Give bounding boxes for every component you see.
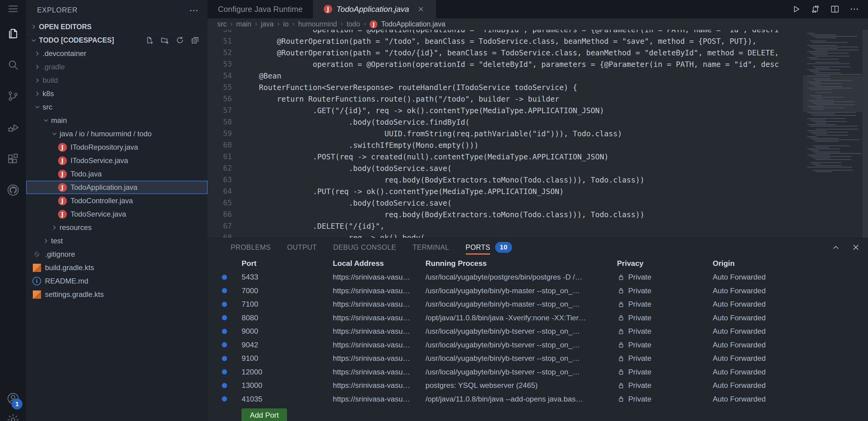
tree-item-todocontroller-java[interactable]: JTodoController.java	[26, 194, 208, 207]
refresh-icon[interactable]	[175, 36, 185, 45]
port-row-9100[interactable]: 9100https://srinivasa-vasu…/usr/local/yu…	[208, 352, 868, 365]
sidebar-more-icon[interactable]: ⋯	[189, 5, 199, 16]
code-line-52[interactable]: 52 @RouterOperation(path = "/todo/{id}",…	[208, 47, 803, 58]
tree-item-todoservice-java[interactable]: JTodoService.java	[26, 207, 208, 221]
code-line-64[interactable]: 64 .PUT(req -> ok().contentType(MediaTyp…	[208, 186, 803, 197]
port-local-address[interactable]: https://srinivasa-vasu…	[333, 286, 426, 295]
port-local-address[interactable]: https://srinivasa-vasu…	[333, 300, 426, 308]
tree-item-test[interactable]: test	[26, 234, 208, 248]
tree-item-build-gradle-kts[interactable]: build.gradle.kts	[26, 261, 208, 274]
breadcrumb-file[interactable]: TodoApplication.java	[381, 20, 445, 28]
code-line-50[interactable]: 50 operation = @Operation(operationId = …	[208, 30, 803, 35]
port-number[interactable]: 7000	[242, 286, 333, 295]
minimap[interactable]	[803, 30, 863, 238]
breadcrumb-item[interactable]: main	[236, 20, 251, 28]
code-line-58[interactable]: 58 .body(todoService.findById(	[208, 116, 803, 128]
port-number[interactable]: 5433	[242, 273, 333, 281]
port-number[interactable]: 9042	[242, 341, 333, 349]
compare-changes-icon[interactable]	[810, 3, 821, 15]
port-privacy[interactable]: Private	[617, 273, 713, 281]
code-line-56[interactable]: 56 return RouterFunctions.route().path("…	[208, 93, 803, 105]
code-line-60[interactable]: 60 .switchIfEmpty(Mono.empty()))	[208, 139, 803, 151]
port-local-address[interactable]: https://srinivasa-vasu…	[333, 327, 426, 336]
code-line-51[interactable]: 51 @RouterOperation(path = "/todo", bean…	[208, 35, 803, 47]
port-row-9042[interactable]: 9042https://srinivasa-vasu…/usr/local/yu…	[208, 338, 868, 352]
port-number[interactable]: 41035	[242, 395, 333, 403]
project-section[interactable]: TODO [CODESPACES]	[26, 33, 208, 47]
port-row-8080[interactable]: 8080https://srinivasa-vasu…/opt/java/11.…	[208, 311, 868, 325]
port-privacy[interactable]: Private	[617, 300, 713, 308]
port-row-7000[interactable]: 7000https://srinivasa-vasu…/usr/local/yu…	[208, 284, 868, 298]
tree-item--gradle[interactable]: .gradle	[26, 60, 208, 74]
breadcrumb-item[interactable]: io	[283, 20, 289, 28]
code-line-68[interactable]: 68 req -> ok().body(	[208, 232, 803, 238]
tree-item-k8s[interactable]: k8s	[26, 87, 208, 101]
collapse-all-icon[interactable]	[191, 36, 200, 45]
port-row-7100[interactable]: 7100https://srinivasa-vasu…/usr/local/yu…	[208, 298, 868, 311]
search-icon[interactable]	[0, 49, 26, 80]
port-privacy[interactable]: Private	[617, 341, 713, 349]
tree-item-resources[interactable]: resources	[26, 221, 208, 234]
tab-todoapplication-java[interactable]: JTodoApplication.java	[313, 0, 436, 18]
tree-item-readme-md[interactable]: iREADME.md	[26, 274, 208, 288]
code-line-67[interactable]: 67 .DELETE("/{id}",	[208, 220, 803, 232]
tree-item--devcontainer[interactable]: .devcontainer	[26, 47, 208, 60]
close-panel-icon[interactable]	[850, 242, 861, 253]
account-button[interactable]: 1	[0, 385, 26, 413]
port-local-address[interactable]: https://srinivasa-vasu…	[333, 273, 426, 281]
code-editor[interactable]: 50 operation = @Operation(operationId = …	[208, 30, 868, 238]
code-line-66[interactable]: 66 req.body(BodyExtractors.toMono(Todo.c…	[208, 209, 803, 220]
explorer-icon[interactable]	[0, 18, 26, 49]
port-number[interactable]: 8080	[242, 314, 333, 322]
port-privacy[interactable]: Private	[617, 368, 713, 376]
code-line-59[interactable]: 59 UUID.fromString(req.pathVariable("id"…	[208, 128, 803, 139]
port-privacy[interactable]: Private	[617, 314, 713, 322]
port-local-address[interactable]: https://srinivasa-vasu…	[333, 381, 426, 390]
breadcrumb-item[interactable]: src	[217, 20, 227, 28]
code-line-53[interactable]: 53 operation = @Operation(operationId = …	[208, 58, 803, 70]
tree-item-src[interactable]: src	[26, 101, 208, 114]
port-privacy[interactable]: Private	[617, 286, 713, 295]
add-port-button[interactable]: Add Port	[242, 409, 287, 421]
github-icon[interactable]	[0, 174, 26, 206]
tree-item-todoapplication-java[interactable]: JTodoApplication.java	[26, 181, 208, 194]
menu-icon[interactable]	[0, 0, 26, 18]
port-privacy[interactable]: Private	[617, 327, 713, 336]
code-line-62[interactable]: 62 .body(todoService.save(	[208, 163, 803, 174]
tree-item-build[interactable]: build	[26, 74, 208, 87]
port-number[interactable]: 9100	[242, 354, 333, 363]
tree-item--gitignore[interactable]: .gitignore	[26, 248, 208, 261]
extensions-icon[interactable]	[0, 143, 26, 174]
run-debug-icon[interactable]	[0, 112, 26, 143]
breadcrumb-item[interactable]: todo	[346, 20, 360, 28]
tree-item-java-io-humourmind-todo[interactable]: java / io / humourmind / todo	[26, 127, 208, 141]
breadcrumb-item[interactable]: java	[261, 20, 274, 28]
tree-item-itodorepository-java[interactable]: JITodoRepository.java	[26, 141, 208, 154]
run-icon[interactable]	[790, 3, 802, 15]
port-privacy[interactable]: Private	[617, 381, 713, 390]
port-row-41035[interactable]: 41035https://srinivasa-vasu…/opt/java/11…	[208, 392, 868, 406]
port-number[interactable]: 12000	[242, 368, 333, 376]
source-control-icon[interactable]	[0, 80, 26, 112]
code-line-61[interactable]: 61 .POST(req -> created(null).contentTyp…	[208, 151, 803, 163]
port-privacy[interactable]: Private	[617, 395, 713, 403]
code-line-55[interactable]: 55 RouterFunction<ServerResponse> routeH…	[208, 82, 803, 93]
tree-item-settings-gradle-kts[interactable]: settings.gradle.kts	[26, 288, 208, 301]
port-number[interactable]: 9000	[242, 327, 333, 336]
tab-configure-java-runtime[interactable]: Configure Java Runtime	[208, 0, 313, 18]
close-icon[interactable]	[416, 5, 426, 14]
port-row-12000[interactable]: 12000https://srinivasa-vasu…/usr/local/y…	[208, 365, 868, 379]
new-file-icon[interactable]	[145, 36, 155, 45]
port-local-address[interactable]: https://srinivasa-vasu…	[333, 368, 426, 376]
panel-tab-debug-console[interactable]: DEBUG CONSOLE	[333, 238, 396, 256]
maximize-panel-icon[interactable]	[830, 242, 841, 253]
panel-tab-output[interactable]: OUTPUT	[287, 238, 317, 256]
more-actions-icon[interactable]	[848, 3, 860, 15]
panel-tab-ports[interactable]: PORTS10	[466, 238, 512, 256]
tree-item-itodoservice-java[interactable]: JITodoService.java	[26, 154, 208, 167]
port-number[interactable]: 13000	[242, 381, 333, 390]
port-local-address[interactable]: https://srinivasa-vasu…	[333, 314, 426, 322]
settings-gear-icon[interactable]	[0, 413, 26, 421]
code-line-65[interactable]: 65 .body(todoService.save(	[208, 197, 803, 209]
split-editor-icon[interactable]	[829, 3, 841, 15]
